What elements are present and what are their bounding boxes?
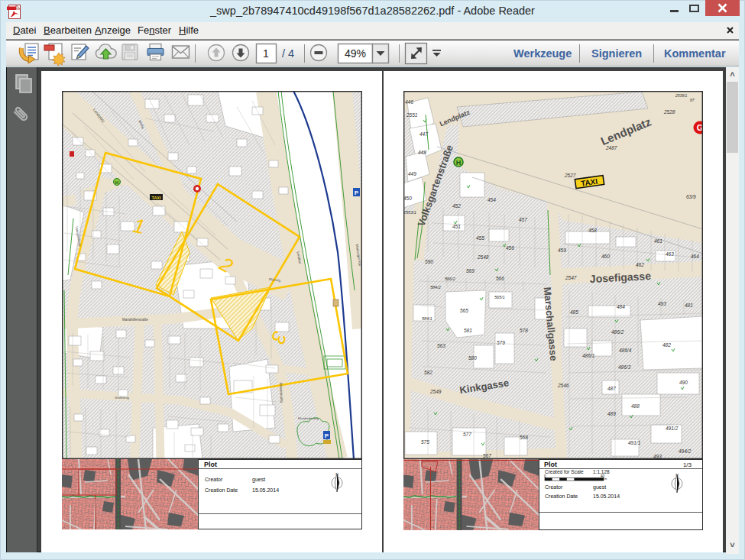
svg-text:459: 459 xyxy=(558,248,566,253)
svg-text:486/2: 486/2 xyxy=(611,329,624,335)
svg-text:Creator: Creator xyxy=(205,477,223,482)
svg-text:481: 481 xyxy=(685,303,693,308)
svg-text:Plot: Plot xyxy=(544,461,557,468)
svg-text:581: 581 xyxy=(464,328,472,333)
svg-text:457: 457 xyxy=(519,217,527,222)
svg-text:TAXI: TAXI xyxy=(151,196,161,200)
svg-text:584/2: 584/2 xyxy=(430,285,441,290)
svg-text:2539/1: 2539/1 xyxy=(675,93,688,98)
svg-text:447: 447 xyxy=(419,131,428,137)
svg-text:490: 490 xyxy=(679,380,688,385)
svg-text:462: 462 xyxy=(636,262,644,267)
svg-text:452: 452 xyxy=(452,203,461,209)
svg-text:456: 456 xyxy=(506,245,514,251)
svg-text:2553/1: 2553/1 xyxy=(403,210,416,215)
svg-text:455: 455 xyxy=(476,235,484,241)
svg-text:2547: 2547 xyxy=(565,275,577,280)
svg-text:489: 489 xyxy=(607,411,616,416)
svg-text:448: 448 xyxy=(418,150,426,155)
svg-text:15.05.2014: 15.05.2014 xyxy=(252,487,279,493)
svg-text:486/4: 486/4 xyxy=(619,348,632,353)
svg-text:P: P xyxy=(355,189,359,196)
svg-text:566: 566 xyxy=(496,276,504,281)
svg-text:569: 569 xyxy=(466,268,475,274)
svg-text:494/2: 494/2 xyxy=(679,448,692,454)
svg-text:577: 577 xyxy=(463,432,471,437)
svg-text:486/1: 486/1 xyxy=(582,353,595,358)
svg-text:484: 484 xyxy=(617,304,625,309)
svg-text:491/1: 491/1 xyxy=(628,440,641,445)
svg-text:2487: 2487 xyxy=(605,145,617,151)
svg-text:578: 578 xyxy=(520,328,528,333)
svg-text:Elisabethinerg.: Elisabethinerg. xyxy=(298,416,319,420)
svg-text:580: 580 xyxy=(468,355,477,361)
svg-text:579: 579 xyxy=(497,340,505,345)
svg-text:Plot: Plot xyxy=(204,461,217,468)
svg-text:/ 4: / 4 xyxy=(282,47,294,60)
svg-text:H: H xyxy=(456,159,462,167)
svg-text:87: 87 xyxy=(690,98,695,102)
svg-text:488: 488 xyxy=(631,403,640,409)
svg-text:49%: 49% xyxy=(345,47,366,60)
svg-text:491/2: 491/2 xyxy=(666,426,679,431)
svg-text:584/1: 584/1 xyxy=(422,316,432,321)
svg-text:63/9: 63/9 xyxy=(686,194,696,199)
svg-text:590: 590 xyxy=(425,259,433,264)
svg-text:1/3: 1/3 xyxy=(683,461,692,468)
svg-text:446: 446 xyxy=(405,99,413,105)
svg-text:565: 565 xyxy=(460,308,468,313)
svg-text:P: P xyxy=(325,432,329,439)
svg-text:493: 493 xyxy=(658,301,666,306)
svg-text:Creator: Creator xyxy=(545,484,563,490)
svg-text:2551: 2551 xyxy=(406,112,418,118)
svg-text:458: 458 xyxy=(588,228,597,233)
svg-text:563: 563 xyxy=(437,343,445,348)
svg-text:2549: 2549 xyxy=(429,389,442,394)
svg-text:Großneug.: Großneug. xyxy=(115,396,130,400)
svg-text:568: 568 xyxy=(520,435,528,440)
svg-text:482: 482 xyxy=(662,342,671,348)
svg-text:461: 461 xyxy=(654,238,662,244)
svg-text:451: 451 xyxy=(452,224,461,229)
svg-text:566/2: 566/2 xyxy=(445,277,455,281)
svg-text:460: 460 xyxy=(601,254,610,259)
svg-text:485: 485 xyxy=(570,309,578,315)
svg-text:15.05.2014: 15.05.2014 xyxy=(593,494,620,499)
svg-text:464: 464 xyxy=(691,254,699,259)
svg-text:1:1,128: 1:1,128 xyxy=(593,469,610,474)
svg-text:guest: guest xyxy=(593,484,606,490)
svg-text:1: 1 xyxy=(263,47,269,60)
svg-text:H: H xyxy=(115,180,118,185)
svg-text:565/1: 565/1 xyxy=(494,295,505,299)
svg-text:guest: guest xyxy=(252,477,265,483)
svg-text:454: 454 xyxy=(487,197,496,202)
svg-text:567: 567 xyxy=(483,453,491,458)
svg-text:2528: 2528 xyxy=(663,109,675,115)
svg-text:Created for Scale: Created for Scale xyxy=(545,469,584,474)
svg-text:486/3: 486/3 xyxy=(618,364,631,370)
svg-text:2548: 2548 xyxy=(477,254,489,260)
svg-text:487: 487 xyxy=(607,386,616,391)
svg-text:450: 450 xyxy=(403,196,412,201)
svg-text:Creation Date: Creation Date xyxy=(205,487,238,493)
svg-text:575: 575 xyxy=(421,439,429,445)
svg-text:582: 582 xyxy=(424,370,432,375)
svg-text:Mariahilferstraße: Mariahilferstraße xyxy=(122,318,148,322)
svg-text:2546: 2546 xyxy=(557,383,569,388)
svg-text:2527: 2527 xyxy=(564,173,576,178)
svg-text:449: 449 xyxy=(408,171,416,176)
svg-text:463: 463 xyxy=(666,251,674,257)
svg-text:Creation Date: Creation Date xyxy=(545,494,578,499)
